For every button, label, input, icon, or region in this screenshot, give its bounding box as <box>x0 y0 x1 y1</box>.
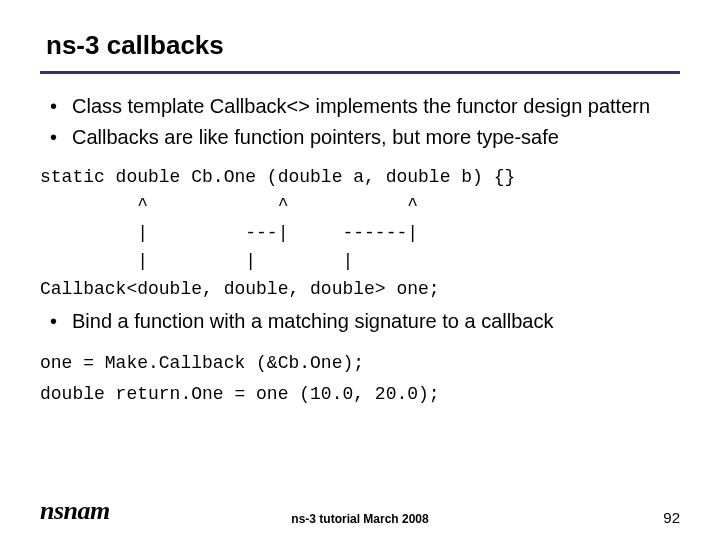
code-block-2: one = Make.Callback (&Cb.One); double re… <box>40 348 680 409</box>
title-rule <box>40 71 680 74</box>
bullet-item: Bind a function with a matching signatur… <box>50 309 670 334</box>
footer: nsnam ns-3 tutorial March 2008 92 <box>0 496 720 526</box>
bullet-item: Class template Callback<> implements the… <box>50 94 670 119</box>
code-block-1: static double Cb.One (double a, double b… <box>40 164 680 303</box>
footer-caption: ns-3 tutorial March 2008 <box>0 512 720 526</box>
bullet-list-2: Bind a function with a matching signatur… <box>50 309 670 334</box>
bullet-list-1: Class template Callback<> implements the… <box>50 94 670 150</box>
bullet-item: Callbacks are like function pointers, bu… <box>50 125 670 150</box>
slide-title: ns-3 callbacks <box>46 30 680 61</box>
